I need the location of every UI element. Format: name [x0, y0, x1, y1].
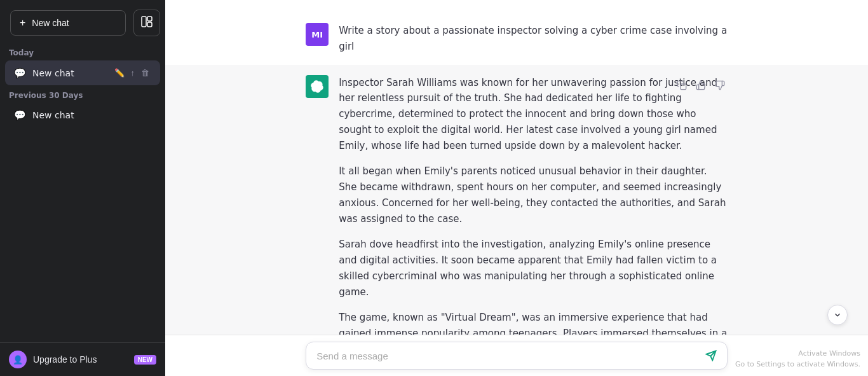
- chat-item-actions: ✏️ ↑ 🗑: [112, 67, 152, 79]
- section-today: Today 💬 New chat ✏️ ↑ 🗑: [0, 43, 165, 86]
- chat-item-today-label: New chat: [32, 68, 106, 78]
- sidebar-spacer: [0, 128, 165, 342]
- assistant-avatar: [306, 75, 329, 98]
- share-chat-button[interactable]: ↑: [129, 67, 137, 79]
- section-today-label: Today: [0, 43, 165, 60]
- assistant-message-content: Inspector Sarah Williams was known for h…: [339, 75, 728, 335]
- new-chat-label: New chat: [32, 18, 69, 28]
- new-badge: NEW: [134, 355, 156, 365]
- assistant-para-2: Sarah dove headfirst into the investigat…: [339, 237, 728, 300]
- user-initials: MI: [311, 30, 323, 39]
- user-prompt-text: Write a story about a passionate inspect…: [339, 23, 728, 55]
- message-actions: [674, 78, 728, 95]
- svg-rect-2: [147, 22, 152, 27]
- section-previous: Previous 30 Days 💬 New chat: [0, 86, 165, 128]
- main-content: MI Write a story about a passionate insp…: [165, 0, 868, 376]
- assistant-para-0: Inspector Sarah Williams was known for h…: [339, 75, 728, 154]
- svg-rect-3: [681, 84, 686, 90]
- chat-icon-prev: 💬: [14, 109, 26, 121]
- layout-toggle-button[interactable]: [133, 10, 160, 36]
- svg-rect-0: [142, 17, 146, 27]
- svg-rect-1: [147, 17, 152, 21]
- new-chat-button[interactable]: + New chat: [10, 10, 126, 36]
- sidebar-top-row: + New chat: [0, 0, 165, 43]
- chat-icon: 💬: [14, 67, 26, 79]
- user-message-row: MI Write a story about a passionate insp…: [165, 13, 868, 65]
- edit-chat-button[interactable]: ✏️: [112, 67, 126, 79]
- sidebar: + New chat Today 💬 New chat ✏️ ↑ 🗑: [0, 0, 165, 376]
- section-previous-label: Previous 30 Days: [0, 86, 165, 102]
- input-wrapper: [306, 342, 728, 370]
- chat-item-previous-label: New chat: [32, 110, 151, 120]
- user-avatar-small: 👤: [9, 351, 27, 368]
- thumbs-down-button[interactable]: [712, 78, 728, 95]
- thumbs-up-button[interactable]: [693, 78, 709, 95]
- assistant-message-row: Inspector Sarah Williams was known for h…: [165, 65, 868, 335]
- layout-icon: [141, 16, 153, 30]
- assistant-para-3: The game, known as "Virtual Dream", was …: [339, 310, 728, 335]
- input-area: [165, 335, 868, 376]
- message-input[interactable]: [316, 351, 700, 361]
- user-message-content: Write a story about a passionate inspect…: [339, 23, 728, 55]
- plus-icon: +: [20, 17, 25, 29]
- copy-message-button[interactable]: [674, 78, 689, 95]
- assistant-para-1: It all began when Emily's parents notice…: [339, 164, 728, 226]
- send-button[interactable]: [700, 350, 717, 361]
- chat-item-today[interactable]: 💬 New chat ✏️ ↑ 🗑: [5, 60, 160, 85]
- upgrade-label: Upgrade to Plus: [33, 354, 97, 365]
- chat-messages: MI Write a story about a passionate insp…: [165, 0, 868, 335]
- scroll-down-button[interactable]: [827, 305, 848, 325]
- delete-chat-button[interactable]: 🗑: [139, 67, 151, 79]
- upgrade-to-plus-button[interactable]: 👤 Upgrade to Plus NEW: [0, 342, 165, 376]
- chat-item-previous[interactable]: 💬 New chat: [5, 103, 160, 127]
- user-avatar: MI: [306, 23, 329, 46]
